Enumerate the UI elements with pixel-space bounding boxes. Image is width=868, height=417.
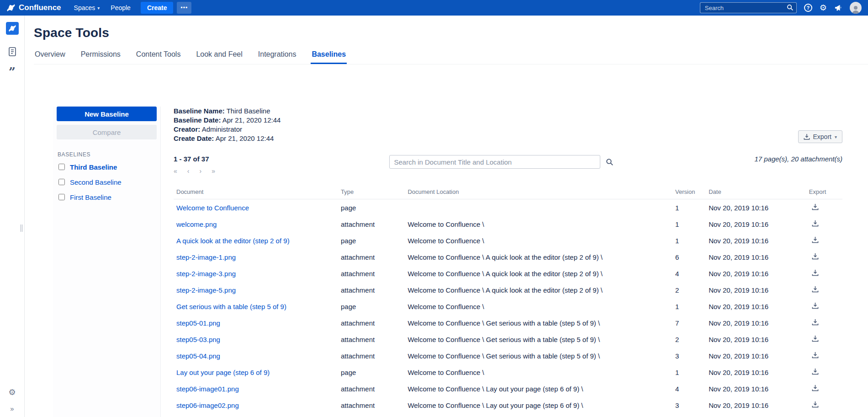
row-export-button[interactable] [809,352,819,358]
row-export-button[interactable] [809,236,819,243]
tab-integrations[interactable]: Integrations [257,48,297,64]
document-version: 1 [675,364,709,380]
document-link[interactable]: step05-04.png [176,352,220,360]
document-location: Welcome to Confluence \ Get serious with… [408,315,675,331]
tab-baselines[interactable]: Baselines [311,48,347,64]
document-link[interactable]: step-2-image-1.png [176,253,236,261]
export-button[interactable]: Export ▾ [798,130,843,143]
tab-look-and-feel[interactable]: Look and Feel [195,48,243,64]
baseline-link[interactable]: Second Baseline [70,178,122,186]
help-icon[interactable]: ? [804,4,812,12]
page-title: Space Tools [34,26,868,40]
chevron-down-icon: ▾ [835,134,837,139]
baseline-item-third[interactable]: Third Baseline [57,162,157,171]
baseline-link[interactable]: First Baseline [70,193,111,201]
document-version: 3 [675,397,709,413]
row-export-button[interactable] [809,269,819,276]
baseline-link[interactable]: Third Baseline [70,163,117,171]
search-icon[interactable] [606,158,614,166]
baseline-checkbox[interactable] [58,194,65,200]
compare-button[interactable]: Compare [57,125,157,139]
sidebar-resize-handle[interactable] [21,225,23,232]
global-search-input[interactable] [700,2,797,13]
row-export-button[interactable] [809,220,819,227]
document-link[interactable]: Lay out your page (step 6 of 9) [176,369,270,376]
table-header-row: Document Type Document Location Version … [174,185,842,199]
document-location: Welcome to Confluence \ A quick look at … [408,265,675,282]
baseline-checkbox[interactable] [58,179,65,185]
document-link[interactable]: step-2-image-5.png [176,286,236,294]
document-location: Welcome to Confluence \ Lay out your pag… [408,397,675,413]
tab-content-tools[interactable]: Content Tools [135,48,182,64]
nav-people[interactable]: People [106,1,135,14]
documents-table: Document Type Document Location Version … [174,185,842,417]
avatar[interactable] [850,2,862,14]
new-baseline-button[interactable]: New Baseline [57,107,157,121]
document-link[interactable]: Get serious with a table (step 5 of 9) [176,303,286,310]
document-date: Nov 20, 2019 10:16 [709,265,809,282]
document-link[interactable]: step06-image01.png [176,385,239,393]
document-type: attachment [341,380,408,397]
row-export-button[interactable] [809,203,819,210]
document-link[interactable]: Welcome to Confluence [176,204,249,212]
row-export-button[interactable] [809,302,819,309]
document-version: 4 [675,380,709,397]
space-logo[interactable] [6,22,19,35]
confluence-logo[interactable]: Confluence [6,3,61,12]
row-export-button[interactable] [809,253,819,260]
table-row: step05-04.png attachment Welcome to Conf… [174,348,842,364]
nav-spaces[interactable]: Spaces ▾ [69,1,105,14]
document-link[interactable]: A quick look at the editor (step 2 of 9) [176,237,290,245]
gear-icon[interactable]: ⚙ [820,4,827,12]
row-export-button[interactable] [809,385,819,391]
tab-permissions[interactable]: Permissions [80,48,122,64]
expand-sidebar-icon[interactable]: » [10,405,14,412]
document-date: Nov 20, 2019 10:16 [709,298,809,315]
pages-icon[interactable] [8,47,17,57]
baseline-checkbox[interactable] [58,164,65,170]
header-type: Type [341,185,408,199]
document-type: attachment [341,265,408,282]
table-row: step-2-image-5.png attachment Welcome to… [174,282,842,298]
megaphone-icon[interactable] [834,4,842,11]
document-type: attachment [341,249,408,265]
baseline-item-first[interactable]: First Baseline [57,192,157,202]
row-export-button[interactable] [809,319,819,326]
row-export-button[interactable] [809,335,819,342]
document-version: 2 [675,331,709,348]
document-link[interactable]: step05-03.png [176,336,220,343]
document-link[interactable]: welcome.png [176,220,217,228]
table-row: welcome.png attachment Welcome to Conflu… [174,216,842,232]
search-icon[interactable] [787,4,794,12]
baseline-details: Baseline Name: Third Baseline Baseline D… [174,107,281,143]
document-type: attachment [341,282,408,298]
quote-icon[interactable]: ” [9,69,16,76]
document-version: 7 [675,315,709,331]
table-row: step06-image03.png attachment Welcome to… [174,413,842,417]
document-type: page [341,232,408,249]
baseline-item-second[interactable]: Second Baseline [57,177,157,187]
document-date: Nov 20, 2019 10:16 [709,413,809,417]
document-link[interactable]: step-2-image-3.png [176,270,236,278]
create-button[interactable]: Create [141,2,174,14]
header-location: Document Location [408,185,675,199]
document-location: Welcome to Confluence \ A quick look at … [408,282,675,298]
document-date: Nov 20, 2019 10:16 [709,232,809,249]
row-export-button[interactable] [809,368,819,375]
row-export-button[interactable] [809,286,819,293]
document-search-input[interactable] [389,155,600,169]
last-page-button[interactable]: » [212,167,215,175]
first-page-button[interactable]: « [174,167,177,175]
document-version: 1 [675,232,709,249]
document-link[interactable]: step06-image02.png [176,401,239,409]
create-more-button[interactable]: ••• [177,2,191,14]
space-settings-gear-icon[interactable]: ⚙ [8,387,16,397]
prev-page-button[interactable]: ‹ [187,167,190,175]
baseline-detail-panel: Baseline Name: Third Baseline Baseline D… [161,107,868,417]
document-date: Nov 20, 2019 10:16 [709,380,809,397]
document-link[interactable]: step05-01.png [176,319,220,327]
next-page-button[interactable]: › [199,167,201,175]
document-version: 2 [675,282,709,298]
row-export-button[interactable] [809,401,819,408]
tab-overview[interactable]: Overview [34,48,66,64]
